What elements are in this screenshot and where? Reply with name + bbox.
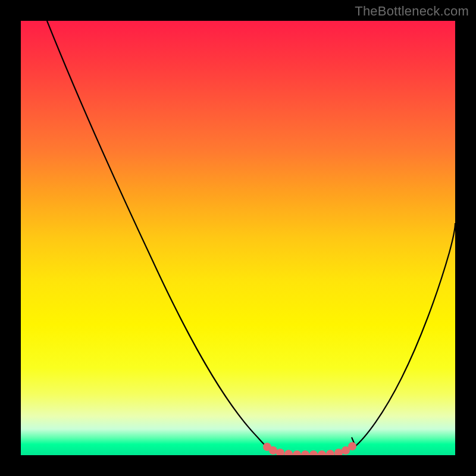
svg-point-1 bbox=[269, 446, 277, 455]
svg-point-5 bbox=[301, 450, 309, 455]
svg-point-6 bbox=[309, 450, 318, 455]
svg-point-3 bbox=[284, 450, 293, 455]
svg-point-7 bbox=[318, 450, 326, 455]
curve-right-ascent bbox=[354, 223, 455, 447]
svg-point-8 bbox=[326, 450, 334, 455]
chart-frame: TheBottleneck.com bbox=[0, 0, 476, 476]
plot-area bbox=[21, 21, 455, 455]
curve-layer bbox=[21, 21, 455, 455]
svg-point-4 bbox=[293, 450, 301, 455]
marker-cluster bbox=[263, 442, 356, 455]
watermark-text: TheBottleneck.com bbox=[355, 4, 469, 19]
svg-point-9 bbox=[334, 449, 343, 455]
svg-point-2 bbox=[276, 449, 284, 455]
svg-point-11 bbox=[348, 442, 356, 450]
curve-left-descent bbox=[47, 21, 267, 447]
